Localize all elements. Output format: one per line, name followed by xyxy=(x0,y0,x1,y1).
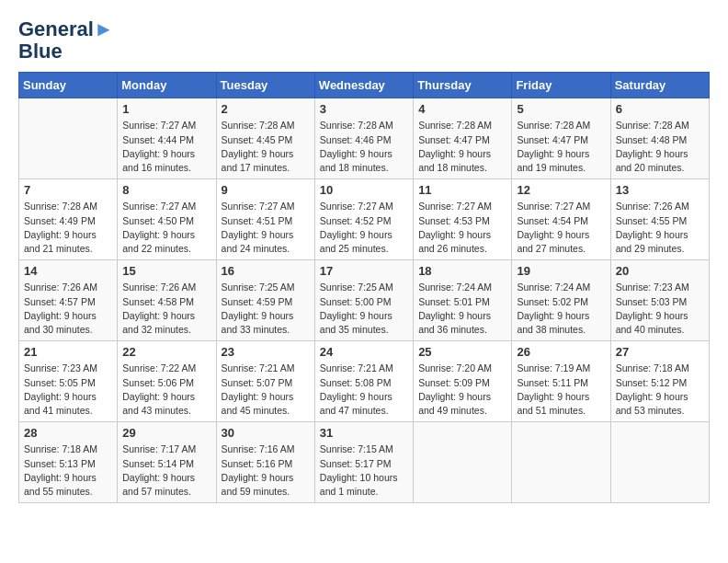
day-info: Sunrise: 7:27 AM Sunset: 4:53 PM Dayligh… xyxy=(418,200,506,256)
calendar-cell: 31Sunrise: 7:15 AM Sunset: 5:17 PM Dayli… xyxy=(314,422,413,503)
day-number: 5 xyxy=(517,102,605,116)
day-info: Sunrise: 7:28 AM Sunset: 4:47 PM Dayligh… xyxy=(517,119,605,175)
weekday-header-saturday: Saturday xyxy=(610,73,709,98)
calendar-cell: 5Sunrise: 7:28 AM Sunset: 4:47 PM Daylig… xyxy=(512,98,610,179)
calendar-week-5: 28Sunrise: 7:18 AM Sunset: 5:13 PM Dayli… xyxy=(19,422,710,503)
day-number: 22 xyxy=(122,345,210,359)
day-number: 1 xyxy=(122,102,210,116)
day-info: Sunrise: 7:20 AM Sunset: 5:09 PM Dayligh… xyxy=(418,362,506,418)
day-number: 16 xyxy=(222,264,310,278)
calendar-cell: 2Sunrise: 7:28 AM Sunset: 4:45 PM Daylig… xyxy=(216,98,314,179)
page-header: General►Blue xyxy=(18,18,710,63)
day-info: Sunrise: 7:28 AM Sunset: 4:47 PM Dayligh… xyxy=(418,119,506,175)
day-info: Sunrise: 7:22 AM Sunset: 5:06 PM Dayligh… xyxy=(122,362,210,418)
day-number: 8 xyxy=(122,183,210,197)
calendar-cell: 9Sunrise: 7:27 AM Sunset: 4:51 PM Daylig… xyxy=(216,179,314,260)
day-info: Sunrise: 7:17 AM Sunset: 5:14 PM Dayligh… xyxy=(122,442,210,499)
calendar-cell: 1Sunrise: 7:27 AM Sunset: 4:44 PM Daylig… xyxy=(118,98,216,179)
calendar-cell: 26Sunrise: 7:19 AM Sunset: 5:11 PM Dayli… xyxy=(512,341,610,422)
calendar-cell: 25Sunrise: 7:20 AM Sunset: 5:09 PM Dayli… xyxy=(414,341,512,422)
day-number: 24 xyxy=(320,345,408,359)
day-info: Sunrise: 7:15 AM Sunset: 5:17 PM Dayligh… xyxy=(320,442,408,499)
calendar-cell: 11Sunrise: 7:27 AM Sunset: 4:53 PM Dayli… xyxy=(414,179,512,260)
calendar-week-3: 14Sunrise: 7:26 AM Sunset: 4:57 PM Dayli… xyxy=(19,260,710,341)
calendar-cell xyxy=(19,98,118,179)
day-number: 26 xyxy=(517,345,605,359)
day-info: Sunrise: 7:27 AM Sunset: 4:52 PM Dayligh… xyxy=(320,200,408,256)
calendar-cell: 4Sunrise: 7:28 AM Sunset: 4:47 PM Daylig… xyxy=(414,98,512,179)
day-info: Sunrise: 7:24 AM Sunset: 5:02 PM Dayligh… xyxy=(517,281,605,337)
day-number: 6 xyxy=(616,102,704,116)
calendar-cell: 22Sunrise: 7:22 AM Sunset: 5:06 PM Dayli… xyxy=(118,341,216,422)
calendar-cell: 19Sunrise: 7:24 AM Sunset: 5:02 PM Dayli… xyxy=(512,260,610,341)
day-info: Sunrise: 7:21 AM Sunset: 5:07 PM Dayligh… xyxy=(222,362,310,418)
calendar-cell: 28Sunrise: 7:18 AM Sunset: 5:13 PM Dayli… xyxy=(19,422,118,503)
day-number: 28 xyxy=(24,426,112,440)
calendar-cell: 24Sunrise: 7:21 AM Sunset: 5:08 PM Dayli… xyxy=(314,341,413,422)
weekday-header-thursday: Thursday xyxy=(414,73,512,98)
day-number: 9 xyxy=(222,183,310,197)
calendar-cell: 23Sunrise: 7:21 AM Sunset: 5:07 PM Dayli… xyxy=(216,341,314,422)
day-info: Sunrise: 7:26 AM Sunset: 4:58 PM Dayligh… xyxy=(122,281,210,337)
day-number: 25 xyxy=(418,345,506,359)
day-number: 21 xyxy=(24,345,112,359)
calendar-cell: 3Sunrise: 7:28 AM Sunset: 4:46 PM Daylig… xyxy=(314,98,413,179)
day-number: 14 xyxy=(24,264,112,278)
day-number: 17 xyxy=(320,264,408,278)
day-number: 11 xyxy=(418,183,506,197)
calendar-cell: 12Sunrise: 7:27 AM Sunset: 4:54 PM Dayli… xyxy=(512,179,610,260)
calendar-cell: 20Sunrise: 7:23 AM Sunset: 5:03 PM Dayli… xyxy=(610,260,709,341)
day-info: Sunrise: 7:18 AM Sunset: 5:13 PM Dayligh… xyxy=(24,442,112,499)
day-info: Sunrise: 7:28 AM Sunset: 4:48 PM Dayligh… xyxy=(616,119,704,175)
day-info: Sunrise: 7:19 AM Sunset: 5:11 PM Dayligh… xyxy=(517,362,605,418)
day-info: Sunrise: 7:24 AM Sunset: 5:01 PM Dayligh… xyxy=(418,281,506,337)
calendar-cell: 14Sunrise: 7:26 AM Sunset: 4:57 PM Dayli… xyxy=(19,260,118,341)
logo: General►Blue xyxy=(18,18,114,63)
weekday-header-friday: Friday xyxy=(512,73,610,98)
calendar-cell: 7Sunrise: 7:28 AM Sunset: 4:49 PM Daylig… xyxy=(19,179,118,260)
day-info: Sunrise: 7:28 AM Sunset: 4:45 PM Dayligh… xyxy=(222,119,310,175)
calendar-table: SundayMondayTuesdayWednesdayThursdayFrid… xyxy=(18,72,710,503)
calendar-cell xyxy=(414,422,512,503)
calendar-cell xyxy=(610,422,709,503)
calendar-cell: 27Sunrise: 7:18 AM Sunset: 5:12 PM Dayli… xyxy=(610,341,709,422)
calendar-cell: 6Sunrise: 7:28 AM Sunset: 4:48 PM Daylig… xyxy=(610,98,709,179)
day-number: 23 xyxy=(222,345,310,359)
calendar-cell xyxy=(512,422,610,503)
day-number: 18 xyxy=(418,264,506,278)
day-number: 30 xyxy=(222,426,310,440)
day-info: Sunrise: 7:16 AM Sunset: 5:16 PM Dayligh… xyxy=(222,442,310,499)
day-number: 3 xyxy=(320,102,408,116)
day-info: Sunrise: 7:28 AM Sunset: 4:49 PM Dayligh… xyxy=(24,200,112,256)
calendar-cell: 29Sunrise: 7:17 AM Sunset: 5:14 PM Dayli… xyxy=(118,422,216,503)
day-number: 29 xyxy=(122,426,210,440)
day-info: Sunrise: 7:25 AM Sunset: 5:00 PM Dayligh… xyxy=(320,281,408,337)
calendar-week-4: 21Sunrise: 7:23 AM Sunset: 5:05 PM Dayli… xyxy=(19,341,710,422)
day-number: 31 xyxy=(320,426,408,440)
day-info: Sunrise: 7:18 AM Sunset: 5:12 PM Dayligh… xyxy=(616,362,704,418)
day-info: Sunrise: 7:26 AM Sunset: 4:55 PM Dayligh… xyxy=(616,200,704,256)
day-info: Sunrise: 7:27 AM Sunset: 4:54 PM Dayligh… xyxy=(517,200,605,256)
calendar-cell: 8Sunrise: 7:27 AM Sunset: 4:50 PM Daylig… xyxy=(118,179,216,260)
calendar-cell: 30Sunrise: 7:16 AM Sunset: 5:16 PM Dayli… xyxy=(216,422,314,503)
day-info: Sunrise: 7:23 AM Sunset: 5:03 PM Dayligh… xyxy=(616,281,704,337)
day-info: Sunrise: 7:23 AM Sunset: 5:05 PM Dayligh… xyxy=(24,362,112,418)
weekday-header-wednesday: Wednesday xyxy=(314,73,413,98)
calendar-week-1: 1Sunrise: 7:27 AM Sunset: 4:44 PM Daylig… xyxy=(19,98,710,179)
day-number: 4 xyxy=(418,102,506,116)
day-number: 19 xyxy=(517,264,605,278)
day-number: 2 xyxy=(222,102,310,116)
logo-text: General►Blue xyxy=(18,18,114,63)
calendar-body: 1Sunrise: 7:27 AM Sunset: 4:44 PM Daylig… xyxy=(19,98,710,503)
calendar-cell: 21Sunrise: 7:23 AM Sunset: 5:05 PM Dayli… xyxy=(19,341,118,422)
day-info: Sunrise: 7:28 AM Sunset: 4:46 PM Dayligh… xyxy=(320,119,408,175)
day-info: Sunrise: 7:21 AM Sunset: 5:08 PM Dayligh… xyxy=(320,362,408,418)
calendar-cell: 16Sunrise: 7:25 AM Sunset: 4:59 PM Dayli… xyxy=(216,260,314,341)
day-number: 12 xyxy=(517,183,605,197)
calendar-cell: 13Sunrise: 7:26 AM Sunset: 4:55 PM Dayli… xyxy=(610,179,709,260)
weekday-header-monday: Monday xyxy=(118,73,216,98)
day-number: 13 xyxy=(616,183,704,197)
day-info: Sunrise: 7:27 AM Sunset: 4:50 PM Dayligh… xyxy=(122,200,210,256)
day-info: Sunrise: 7:27 AM Sunset: 4:44 PM Dayligh… xyxy=(122,119,210,175)
weekday-header-sunday: Sunday xyxy=(19,73,118,98)
